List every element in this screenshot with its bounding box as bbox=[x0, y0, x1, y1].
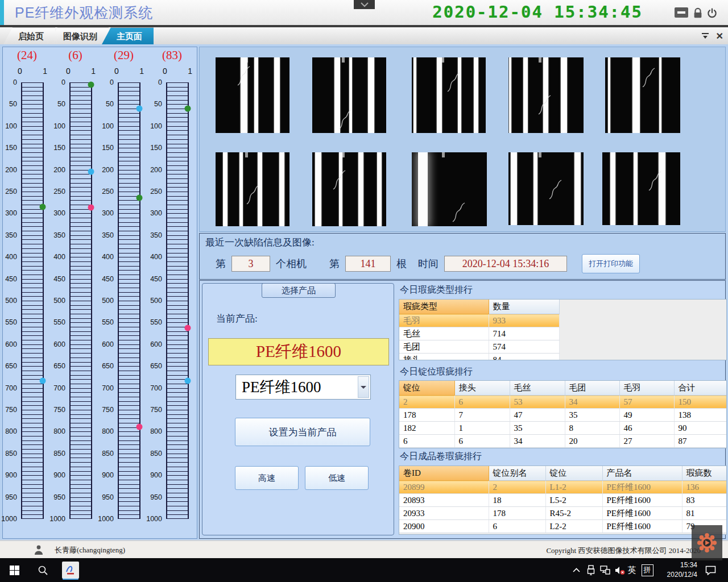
tray-chevron-up-icon[interactable] bbox=[569, 558, 584, 582]
chevron-down-icon[interactable] bbox=[354, 0, 375, 9]
defect-wisp bbox=[451, 201, 467, 224]
recorder-widget[interactable] bbox=[692, 525, 722, 560]
tab-list-dropdown-icon[interactable] bbox=[701, 31, 709, 41]
fiber-camera-image bbox=[216, 57, 289, 133]
open-print-button[interactable]: 打开打印功能 bbox=[582, 254, 640, 273]
roll-defect-table: 卷ID锭位别名锭位产品名瑕疵数208992L1-2PE纤维16001362089… bbox=[399, 465, 727, 535]
column-header[interactable]: 毛丝 bbox=[510, 381, 565, 396]
table-cell: 1 bbox=[454, 422, 510, 435]
fiber-camera-image bbox=[508, 57, 584, 133]
taskbar-clock[interactable]: 15:34 2020/12/4 bbox=[657, 560, 697, 580]
close-icon[interactable]: ✕ bbox=[716, 32, 723, 41]
defect-wisp bbox=[537, 94, 553, 117]
gauge-column: (6)0105010015020025030035040045050055060… bbox=[51, 47, 100, 538]
gauge-axis: 01 bbox=[114, 66, 144, 76]
taskbar-date: 2020/12/4 bbox=[657, 570, 697, 580]
column-header[interactable]: 毛团 bbox=[565, 381, 619, 396]
table-cell: 83 bbox=[682, 494, 726, 507]
fiber-number-field[interactable]: 141 bbox=[345, 256, 391, 272]
camera-image-grid bbox=[199, 47, 726, 232]
gauge-axis: 01 bbox=[66, 66, 96, 76]
table-cell: PE纤维1600 bbox=[602, 481, 682, 494]
column-header[interactable]: 锭位 bbox=[545, 466, 602, 481]
table-cell: 8 bbox=[565, 422, 619, 435]
column-header[interactable]: 合计 bbox=[674, 381, 726, 396]
defect-marker-green bbox=[185, 106, 191, 112]
defect-wisp bbox=[236, 65, 252, 88]
table-row[interactable]: 208992L1-2PE纤维1600136 bbox=[399, 481, 726, 494]
app-taskbar-icon[interactable] bbox=[59, 558, 82, 582]
defect-time-field[interactable]: 2020-12-04 15:34:16 bbox=[444, 256, 567, 272]
table-cell: 18 bbox=[489, 494, 545, 507]
start-button[interactable] bbox=[3, 558, 25, 582]
column-header[interactable]: 锭位 bbox=[399, 381, 454, 396]
column-header[interactable]: 数量 bbox=[489, 300, 559, 314]
image-marker bbox=[539, 152, 541, 157]
tab-start-page[interactable]: 启始页 bbox=[3, 27, 55, 44]
table-header-row: 瑕疵类型数量 bbox=[399, 300, 559, 314]
column-header[interactable]: 锭位别名 bbox=[489, 466, 545, 481]
high-speed-button[interactable]: 高速 bbox=[235, 466, 299, 490]
accent-stripe bbox=[0, 0, 4, 25]
network-tray-icon[interactable] bbox=[597, 558, 613, 582]
groupbox-legend: 选择产品 bbox=[262, 283, 336, 298]
tab-label: 主页面 bbox=[117, 31, 142, 41]
bottom-region: 选择产品 当前产品: PE纤维1600 PE纤维1600 设置为当前产品 高速 … bbox=[199, 280, 726, 539]
table-cell: 933 bbox=[489, 314, 559, 327]
table-row[interactable]: 2089318L5-2PE纤维160083 bbox=[399, 494, 726, 507]
table-row[interactable]: 6634202787 bbox=[399, 435, 726, 448]
ime-language-indicator[interactable]: 英 bbox=[624, 558, 639, 582]
table-row[interactable]: 209006L2-2PE纤维160079 bbox=[399, 520, 726, 533]
fiber-stripe bbox=[418, 152, 428, 226]
column-header[interactable]: 产品名 bbox=[602, 466, 682, 481]
table-row[interactable]: 毛丝714 bbox=[399, 327, 559, 340]
table-cell: PE纤维1600 bbox=[602, 494, 682, 507]
table-row[interactable]: 毛团574 bbox=[399, 340, 559, 354]
table-row[interactable]: 18213584690 bbox=[399, 422, 726, 435]
table-row[interactable]: 毛羽933 bbox=[399, 314, 559, 327]
product-dropdown[interactable]: PE纤维1600 bbox=[235, 375, 371, 400]
gauge-tick-labels: 0501001502002503003504004505005506006507… bbox=[148, 82, 164, 519]
minimize-button[interactable] bbox=[675, 7, 688, 18]
gauge-tick-labels: 0501001502002503003504004505005506006507… bbox=[3, 82, 19, 519]
ime-mode-indicator[interactable]: 拼 bbox=[639, 558, 655, 582]
table-row[interactable]: 26533457150 bbox=[399, 396, 726, 409]
column-header[interactable]: 毛羽 bbox=[619, 381, 674, 396]
table-row[interactable]: 接头84 bbox=[399, 354, 559, 361]
set-current-product-button[interactable]: 设置为当前产品 bbox=[235, 418, 370, 446]
fiber-stripe bbox=[239, 152, 243, 226]
defect-marker-pink bbox=[136, 423, 143, 430]
table-header-row: 卷ID锭位别名锭位产品名瑕疵数 bbox=[399, 466, 726, 481]
defect-wisp bbox=[332, 169, 348, 192]
defect-wisp bbox=[337, 109, 353, 131]
table-cell: 27 bbox=[619, 435, 674, 448]
camera-number-field[interactable]: 3 bbox=[231, 256, 270, 272]
table-row[interactable]: 20933178R45-2PE纤维160081 bbox=[399, 507, 726, 520]
fiber-camera-image bbox=[605, 57, 680, 133]
datetime-display: 2020-12-04 15:34:45 bbox=[432, 2, 643, 22]
column-header[interactable]: 瑕疵数 bbox=[682, 466, 726, 481]
chevron-down-icon[interactable] bbox=[358, 376, 369, 398]
gauge-column: (24)010501001502002503003504004505005506… bbox=[3, 47, 51, 538]
table-row[interactable]: 1787473549138 bbox=[399, 409, 726, 422]
fiber-stripe bbox=[413, 57, 416, 133]
table-cell: 6 bbox=[489, 520, 545, 533]
column-header[interactable]: 接头 bbox=[454, 381, 510, 396]
fiber-stripe bbox=[659, 57, 661, 133]
search-icon[interactable] bbox=[32, 558, 53, 582]
tab-image-recognition[interactable]: 图像识别 bbox=[48, 27, 109, 44]
table-cell: 毛丝 bbox=[399, 327, 489, 340]
table-cell: 182 bbox=[399, 422, 454, 435]
fiber-stripe bbox=[358, 152, 363, 226]
usb-tray-icon[interactable] bbox=[584, 558, 598, 582]
power-icon[interactable] bbox=[706, 7, 720, 18]
low-speed-button[interactable]: 低速 bbox=[305, 466, 369, 490]
tab-main-page[interactable]: 主页面 bbox=[102, 27, 154, 44]
table-header-row: 锭位接头毛丝毛团毛羽合计 bbox=[399, 381, 726, 396]
notification-center-icon[interactable] bbox=[701, 558, 720, 582]
column-header[interactable]: 卷ID bbox=[399, 466, 489, 481]
lock-icon[interactable] bbox=[692, 7, 705, 18]
column-header[interactable]: 瑕疵类型 bbox=[399, 300, 489, 314]
table-cell: 136 bbox=[682, 481, 726, 494]
table-cell: L1-2 bbox=[545, 481, 602, 494]
